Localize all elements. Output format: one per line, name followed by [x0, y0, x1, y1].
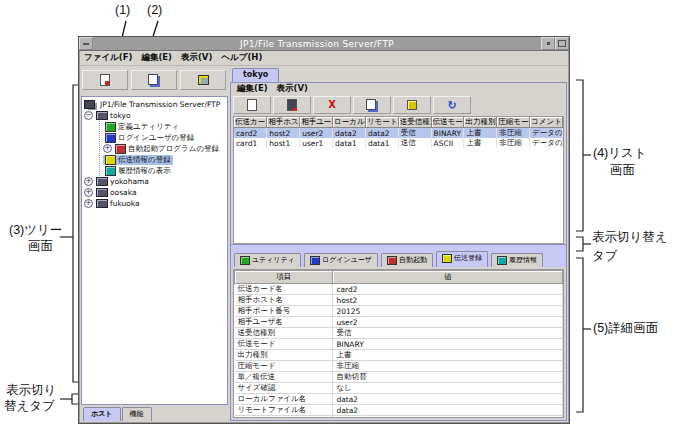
new-button[interactable]: [233, 96, 271, 114]
col-comment[interactable]: コメント: [530, 117, 563, 128]
tree-node-transmission-reg[interactable]: 伝送情報の登録: [100, 154, 227, 165]
expand-handle-icon[interactable]: +: [103, 144, 112, 153]
menu-edit[interactable]: 編集(E): [141, 52, 172, 64]
detail-row: 伝送カード名card2: [235, 284, 563, 295]
col-local[interactable]: ローカル...: [333, 117, 366, 128]
expand-handle-icon[interactable]: +: [84, 188, 93, 197]
col-sendrecv[interactable]: 送受信種別: [398, 117, 431, 128]
window-content: JP1/File Transmission Server/FTP − tokyo…: [79, 66, 569, 423]
transmission-icon: [105, 155, 116, 165]
minimize-button[interactable]: [541, 37, 555, 50]
paste-button[interactable]: [393, 96, 431, 114]
right-tab-label-1: 表示切り替え: [592, 231, 668, 245]
tree-toolbar-button-2[interactable]: [131, 70, 177, 90]
login-user-icon: [310, 256, 320, 265]
computer-icon: [96, 199, 108, 208]
col-host[interactable]: 相手ホス...: [267, 117, 300, 128]
left-tab-label-1: 表示切り: [6, 384, 56, 398]
computer-icon: [96, 188, 108, 197]
dot-icon: [547, 42, 550, 45]
work-toolbar: X ↻: [231, 95, 566, 116]
tree-node-login-user[interactable]: ログインユーザの登録: [100, 132, 227, 143]
tab-tokyo[interactable]: tokyo: [232, 68, 279, 82]
col-mode[interactable]: 伝送モード: [431, 117, 464, 128]
tree-toolbar-button-1[interactable]: [82, 70, 128, 90]
work-menu-view[interactable]: 表示(V): [277, 83, 308, 95]
tree-toolbar: [81, 68, 228, 96]
col-remote[interactable]: リモート...: [365, 117, 398, 128]
left-tab-label-2: 替えタブ: [4, 400, 55, 414]
screenshot-canvas: (1) (2) (3)ツリー 画面 表示切り 替えタブ (4)リスト 画面 表示…: [0, 0, 679, 424]
view-tab-utility[interactable]: ユティリティ: [234, 253, 301, 267]
tree-node-auto-start[interactable]: + 自動起動プログラムの登録: [100, 143, 227, 154]
tree-tab-strip: ホスト 機能: [81, 405, 228, 421]
titlebar: JP1/File Transmission Server/FTP: [79, 37, 569, 51]
open-button[interactable]: [273, 96, 311, 114]
transmission-list: 伝送カー... 相手ホス... 相手ユー... ローカル... リモート... …: [233, 116, 564, 244]
list-row-card2[interactable]: card2 host2 user2 data2 data2 受信 BINARY …: [234, 128, 563, 139]
tree-node-tokyo[interactable]: − tokyo: [84, 110, 227, 121]
detail-row: 送受信種別受信: [235, 328, 563, 339]
refresh-button[interactable]: ↻: [433, 96, 471, 114]
delete-button[interactable]: X: [313, 96, 351, 114]
settings-icon: [198, 75, 209, 85]
tree-toolbar-button-3[interactable]: [180, 70, 226, 90]
computer-icon: [96, 177, 108, 186]
history-icon: [497, 256, 507, 265]
detail-header-row: 項目 値: [235, 271, 563, 284]
col-output[interactable]: 出力種別: [464, 117, 497, 128]
tree-node-fukuoka[interactable]: + fukuoka: [84, 198, 227, 209]
detail-col-item: 項目: [235, 271, 333, 284]
menu-file[interactable]: ファイル(F): [84, 52, 132, 64]
open-icon: [287, 99, 297, 111]
list-header-row: 伝送カー... 相手ホス... 相手ユー... ローカル... リモート... …: [234, 117, 563, 128]
view-tab-history[interactable]: 履歴情報: [491, 253, 543, 267]
tree-node-oosaka[interactable]: + oosaka: [84, 187, 227, 198]
collapse-handle-icon[interactable]: −: [84, 111, 93, 120]
tab-function[interactable]: 機能: [122, 407, 152, 421]
detail-screen-label: (5)詳細画面: [593, 322, 658, 336]
view-tab-login-user[interactable]: ログインユーザ: [304, 253, 378, 267]
tree-screen-label-2: 画面: [28, 240, 53, 254]
right-tab-label-2: タブ: [592, 250, 618, 264]
copy-icon: [148, 74, 158, 85]
menu-view[interactable]: 表示(V): [181, 52, 212, 64]
expand-handle-icon[interactable]: +: [84, 177, 93, 186]
callout-2-label: (2): [147, 4, 162, 18]
transmission-icon: [442, 254, 452, 263]
tree-node-define-utility[interactable]: 定義ユティリティ: [100, 121, 227, 132]
col-card[interactable]: 伝送カー...: [234, 117, 267, 128]
col-compress[interactable]: 圧縮モード: [497, 117, 530, 128]
delete-icon: X: [328, 100, 336, 110]
detail-row: 正常終了時起動プログラム名/nrm_proc: [235, 416, 563, 419]
maximize-button[interactable]: [555, 37, 569, 50]
detail-row: 相手ポート番号20125: [235, 306, 563, 317]
server-icon: [84, 100, 95, 109]
refresh-icon: ↻: [447, 100, 456, 111]
detail-row: サイズ確認なし: [235, 383, 563, 394]
list-screen-label-1: (4)リスト: [593, 147, 647, 161]
view-tab-transmission-reg[interactable]: 伝送登録: [436, 251, 488, 267]
copy-button[interactable]: [353, 96, 391, 114]
app-window: JP1/File Transmission Server/FTP ファイル(F)…: [78, 36, 570, 424]
history-icon: [105, 166, 116, 176]
list-row-card1[interactable]: card1 host1 user1 data1 data1 送信 ASCII 上…: [234, 138, 563, 148]
host-tab-row: tokyo: [230, 68, 567, 82]
list-screen-label-2: 画面: [610, 164, 635, 178]
expand-handle-icon[interactable]: +: [84, 199, 93, 208]
menubar: ファイル(F) 編集(E) 表示(V) ヘルプ(H): [79, 51, 569, 66]
tab-host[interactable]: ホスト: [83, 407, 121, 421]
callout-1-label: (1): [115, 4, 130, 18]
auto-start-icon: [115, 144, 126, 154]
view-tab-strip: ユティリティ ログインユーザ 自動起動 伝送登録: [231, 244, 566, 267]
view-tab-auto-start[interactable]: 自動起動: [381, 253, 433, 267]
tree-node-root[interactable]: JP1/File Transmission Server/FTP: [84, 99, 227, 110]
tree-screen-label-1: (3)ツリー: [9, 224, 62, 238]
tree-node-yokohama[interactable]: + yokohama: [84, 176, 227, 187]
minimize-icon: [83, 43, 89, 45]
tree-node-history[interactable]: 履歴情報の表示: [100, 165, 227, 176]
menu-help[interactable]: ヘルプ(H): [221, 52, 262, 64]
col-user[interactable]: 相手ユー...: [300, 117, 333, 128]
window-menu-button[interactable]: [79, 37, 93, 50]
work-menu-edit[interactable]: 編集(E): [237, 83, 268, 95]
